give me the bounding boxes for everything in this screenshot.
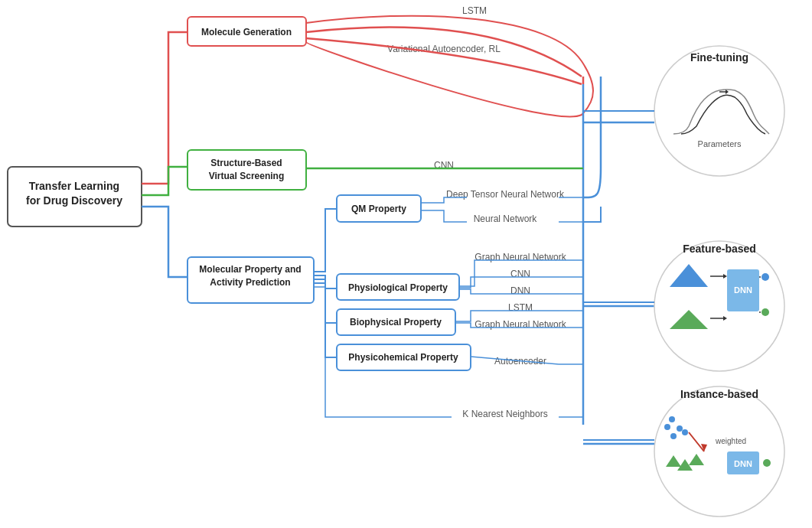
instance-based-circle [654,386,784,517]
feature-output-green [761,308,769,316]
feature-dnn-label: DNN [734,285,752,295]
qm-to-neural [421,210,467,222]
instance-based-title: Instance-based [680,388,758,400]
molecular-property-label2: Activity Prediction [210,277,290,288]
structure-based-box [188,150,306,190]
qm-property-label: QM Property [351,204,406,214]
cnn-blue-label: CNN [510,269,530,279]
physicochemical-label: Physicohemical Property [348,352,458,363]
molecule-generation-label: Molecule Generation [201,27,292,37]
feature-output-blue [761,273,769,281]
instance-output-dot [763,459,771,467]
parameters-label: Parameters [698,139,742,148]
physiological-label: Physiological Property [348,282,448,293]
dnn-label: DNN [510,285,530,296]
inst-dot5 [669,416,675,422]
k-nearest-label: K Nearest Neighbors [462,409,547,419]
structure-based-label1: Structure-Based [210,158,282,168]
blue-to-qm [314,209,337,272]
root-label-line1: Transfer Learning [29,180,119,192]
inst-dot1 [670,433,677,439]
graph-neural2-label: Graph Neural Network [474,319,566,330]
instance-dnn-label: DNN [734,459,752,468]
biophysical-label: Biophysical Property [350,317,442,328]
inst-dot2 [677,425,683,432]
weighted-label: weighted [715,437,746,445]
red-branch-line [142,32,188,184]
inst-dot3 [664,424,670,430]
structure-based-label2: Virtual Screening [209,171,284,181]
feature-based-title: Feature-based [683,243,756,255]
molecular-property-label1: Molecular Property and [199,264,301,275]
graph-neural1-label: Graph Neural Network [474,252,566,262]
blue-branch-line [142,207,188,277]
lstm-blue-label: LSTM [508,302,533,313]
feature-based-circle [654,241,784,371]
lstm-top-label: LSTM [462,5,487,16]
inst-dot4 [682,429,688,435]
physio-to-graph-neural [459,260,559,286]
deep-tensor-label: Deep Tensor Neural Network [446,189,565,200]
physio-to-dnn [459,289,559,294]
fine-tuning-title: Fine-tuning [690,51,748,64]
root-label-line2: for Drug Discovery [26,194,122,207]
blue-convergence-up [583,77,601,197]
fine-tuning-circle [654,46,784,176]
green-branch-line [142,167,188,195]
neural-network-label: Neural Network [474,213,538,224]
blue-conv2 [583,207,601,222]
